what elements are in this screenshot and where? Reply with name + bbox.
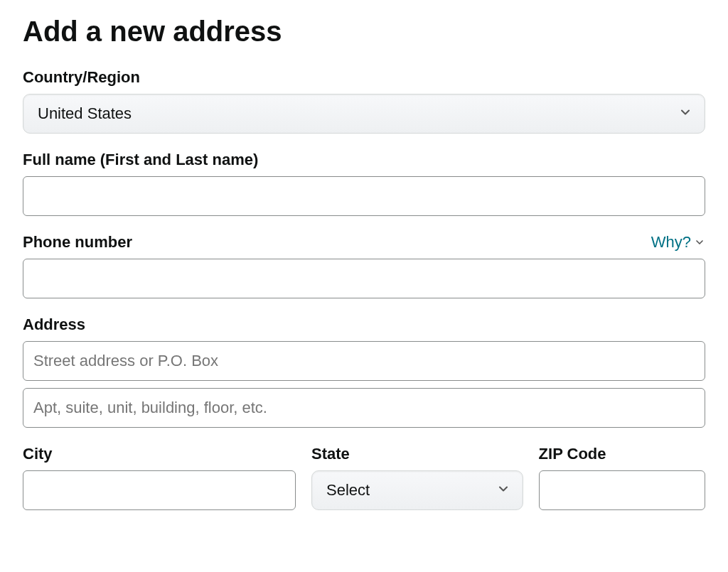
- chevron-down-icon: [694, 237, 705, 248]
- country-region-select[interactable]: United States: [23, 94, 705, 134]
- address-line1-input[interactable]: [23, 341, 705, 381]
- address-line2-input[interactable]: [23, 388, 705, 428]
- phone-number-label: Phone number: [23, 233, 132, 252]
- phone-why-link[interactable]: Why?: [651, 233, 705, 252]
- address-label: Address: [23, 315, 705, 334]
- address-group: Address: [23, 315, 705, 428]
- full-name-input[interactable]: [23, 176, 705, 216]
- page-title: Add a new address: [23, 14, 705, 48]
- state-group: State Select: [311, 445, 523, 510]
- city-group: City: [23, 445, 296, 510]
- city-label: City: [23, 445, 296, 463]
- phone-number-group: Phone number Why?: [23, 233, 705, 298]
- zip-group: ZIP Code: [539, 445, 705, 510]
- country-region-group: Country/Region United States: [23, 68, 705, 134]
- city-state-zip-row: City State Select ZIP Code: [23, 445, 705, 510]
- city-input[interactable]: [23, 470, 296, 510]
- phone-number-input[interactable]: [23, 259, 705, 298]
- state-value: Select: [326, 481, 370, 500]
- full-name-group: Full name (First and Last name): [23, 151, 705, 216]
- zip-label: ZIP Code: [539, 445, 705, 463]
- country-region-label: Country/Region: [23, 68, 705, 87]
- zip-input[interactable]: [539, 470, 705, 510]
- country-region-value: United States: [38, 104, 132, 123]
- full-name-label: Full name (First and Last name): [23, 151, 705, 169]
- state-label: State: [311, 445, 523, 463]
- phone-why-text: Why?: [651, 233, 691, 252]
- state-select[interactable]: Select: [311, 470, 523, 510]
